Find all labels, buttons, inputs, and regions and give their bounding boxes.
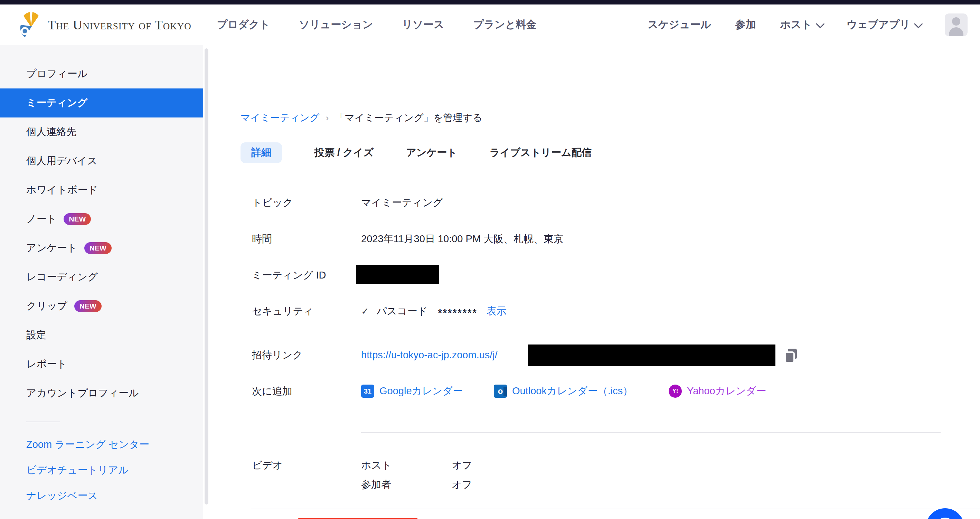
nav-join[interactable]: 参加 bbox=[735, 18, 756, 32]
breadcrumb-my-meetings[interactable]: マイミーティング bbox=[240, 111, 320, 124]
sidebar-link-learning-center[interactable]: Zoom ラーニング センター bbox=[0, 432, 203, 457]
zoom-web-portal: The University of Tokyo プロダクト ソリューション リソ… bbox=[0, 0, 980, 519]
tab-details[interactable]: 詳細 bbox=[240, 142, 282, 163]
row-time: 時間 2023年11月30日 10:00 PM 大阪、札幌、東京 bbox=[252, 232, 563, 246]
video-host-value: オフ bbox=[452, 460, 472, 471]
invite-link-label: 招待リンク bbox=[252, 348, 361, 362]
sidebar-divider bbox=[26, 422, 60, 422]
invite-link-url[interactable]: https://u-tokyo-ac-jp.zoom.us/j/ bbox=[361, 348, 498, 362]
passcode-show-link[interactable]: 表示 bbox=[487, 306, 507, 317]
time-value: 2023年11月30日 10:00 PM 大阪、札幌、東京 bbox=[361, 232, 563, 246]
outlook-calendar-icon: o bbox=[494, 385, 507, 398]
add-to-label: 次に追加 bbox=[252, 384, 361, 398]
nav-webapp-menu[interactable]: ウェブアプリ bbox=[846, 18, 921, 32]
sidebar-item-reports[interactable]: レポート bbox=[0, 350, 203, 379]
meeting-id-redaction bbox=[356, 265, 439, 284]
sidebar: プロフィール ミーティング 個人連絡先 個人用デバイス ホワイトボード ノートN… bbox=[0, 45, 203, 519]
site-header: The University of Tokyo プロダクト ソリューション リソ… bbox=[0, 5, 980, 45]
nav-schedule[interactable]: スケジュール bbox=[648, 18, 711, 32]
google-calendar-label: Googleカレンダー bbox=[379, 384, 463, 398]
action-bar-divider bbox=[251, 509, 980, 509]
window-top-strip bbox=[0, 0, 980, 5]
logo-text: The University of Tokyo bbox=[48, 17, 191, 32]
profile-avatar[interactable] bbox=[945, 13, 967, 36]
account-nav: スケジュール 参加 ホスト ウェブアプリ bbox=[648, 13, 967, 36]
nav-products[interactable]: プロダクト bbox=[217, 18, 270, 32]
sidebar-scrollbar bbox=[203, 45, 210, 519]
yahoo-calendar-icon: Y! bbox=[669, 385, 682, 398]
new-badge: NEW bbox=[84, 242, 111, 254]
check-icon: ✓ bbox=[361, 306, 369, 317]
time-label: 時間 bbox=[252, 232, 361, 246]
tab-survey[interactable]: アンケート bbox=[406, 142, 457, 163]
chevron-down-icon bbox=[914, 19, 923, 28]
row-add-to: 次に追加 bbox=[252, 384, 361, 398]
sidebar-item-recordings[interactable]: レコーディング bbox=[0, 263, 203, 291]
breadcrumb-current: 「マイミーティング」を管理する bbox=[335, 111, 482, 124]
copy-link-icon[interactable] bbox=[784, 348, 798, 365]
nav-resources[interactable]: リソース bbox=[402, 18, 444, 32]
main-content: マイミーティング › 「マイミーティング」を管理する 詳細 投票 / クイズ ア… bbox=[210, 45, 980, 519]
sidebar-item-personal-devices[interactable]: 個人用デバイス bbox=[0, 146, 203, 175]
topic-value: マイミーティング bbox=[361, 196, 443, 209]
security-value: ✓ パスコード ******** 表示 bbox=[361, 304, 507, 318]
sidebar-item-surveys[interactable]: アンケートNEW bbox=[0, 234, 203, 263]
action-bar: 開始 招待状をコピー 編集 削除 テンプレートとして保存 bbox=[210, 509, 980, 519]
row-video: ビデオ ホスト オフ bbox=[252, 458, 472, 472]
tab-polls-quizzes[interactable]: 投票 / クイズ bbox=[315, 142, 374, 163]
nav-host-menu[interactable]: ホスト bbox=[780, 18, 822, 32]
yahoo-calendar-label: Yahooカレンダー bbox=[687, 384, 766, 398]
breadcrumb-separator: › bbox=[326, 113, 329, 123]
breadcrumb: マイミーティング › 「マイミーティング」を管理する bbox=[240, 111, 482, 124]
sidebar-item-profile[interactable]: プロフィール bbox=[0, 59, 203, 88]
sidebar-link-knowledge-base[interactable]: ナレッジベース bbox=[0, 483, 203, 509]
scrollbar-thumb[interactable] bbox=[205, 48, 208, 505]
sidebar-link-video-tutorials[interactable]: ビデオチュートリアル bbox=[0, 457, 203, 483]
row-meeting-id: ミーティング ID bbox=[252, 268, 361, 282]
main-nav: プロダクト ソリューション リソース プランと料金 bbox=[217, 18, 537, 32]
video-participant-name: 参加者 bbox=[361, 478, 449, 491]
google-calendar-link[interactable]: 31 Googleカレンダー bbox=[361, 384, 463, 398]
meeting-id-label: ミーティング ID bbox=[252, 268, 361, 282]
chevron-down-icon bbox=[816, 19, 824, 28]
new-badge: NEW bbox=[74, 300, 102, 312]
section-divider bbox=[361, 432, 940, 433]
page-body: プロフィール ミーティング 個人連絡先 個人用デバイス ホワイトボード ノートN… bbox=[0, 45, 980, 519]
invite-link-redaction bbox=[528, 344, 775, 366]
passcode-label: パスコード bbox=[377, 306, 428, 317]
sidebar-item-clips[interactable]: クリップNEW bbox=[0, 291, 203, 321]
outlook-calendar-label: Outlookカレンダー（.ics） bbox=[512, 384, 633, 398]
yahoo-calendar-link[interactable]: Y! Yahooカレンダー bbox=[669, 384, 766, 398]
video-host-name: ホスト bbox=[361, 458, 449, 472]
sidebar-item-account-profile[interactable]: アカウントプロフィール bbox=[0, 379, 203, 408]
outlook-calendar-link[interactable]: o Outlookカレンダー（.ics） bbox=[494, 384, 633, 398]
sidebar-item-meetings[interactable]: ミーティング bbox=[0, 88, 203, 118]
security-label: セキュリティ bbox=[252, 304, 361, 318]
sidebar-external-links: Zoom ラーニング センター ビデオチュートリアル ナレッジベース bbox=[0, 432, 203, 509]
row-video-participant: 参加者 オフ bbox=[252, 478, 472, 491]
support-chat-button[interactable] bbox=[923, 506, 967, 519]
ginkgo-leaf-icon bbox=[20, 10, 42, 40]
sidebar-menu: プロフィール ミーティング 個人連絡先 個人用デバイス ホワイトボード ノートN… bbox=[0, 59, 203, 408]
sidebar-item-personal-contacts[interactable]: 個人連絡先 bbox=[0, 118, 203, 146]
sidebar-item-settings[interactable]: 設定 bbox=[0, 321, 203, 350]
university-of-tokyo-logo[interactable]: The University of Tokyo bbox=[20, 10, 191, 40]
sidebar-item-whiteboard[interactable]: ホワイトボード bbox=[0, 175, 203, 205]
row-topic: トピック マイミーティング bbox=[252, 196, 443, 209]
video-label: ビデオ bbox=[252, 458, 361, 472]
row-invite-link: 招待リンク https://u-tokyo-ac-jp.zoom.us/j/ bbox=[252, 348, 498, 362]
google-calendar-icon: 31 bbox=[361, 385, 374, 398]
row-security: セキュリティ ✓ パスコード ******** 表示 bbox=[252, 304, 507, 318]
chat-person-icon bbox=[935, 517, 955, 519]
nav-solutions[interactable]: ソリューション bbox=[299, 18, 373, 32]
sidebar-item-notes[interactable]: ノートNEW bbox=[0, 205, 203, 234]
tab-live-streaming[interactable]: ライブストリーム配信 bbox=[490, 142, 592, 163]
topic-label: トピック bbox=[252, 196, 361, 209]
video-participant-line: 参加者 オフ bbox=[361, 478, 472, 491]
passcode-masked: ******** bbox=[438, 307, 477, 318]
new-badge: NEW bbox=[64, 213, 91, 224]
nav-plans-pricing[interactable]: プランと料金 bbox=[473, 18, 537, 32]
meeting-tabs: 詳細 投票 / クイズ アンケート ライブストリーム配信 bbox=[240, 142, 592, 163]
video-host-line: ホスト オフ bbox=[361, 458, 472, 472]
video-participant-value: オフ bbox=[452, 479, 472, 490]
